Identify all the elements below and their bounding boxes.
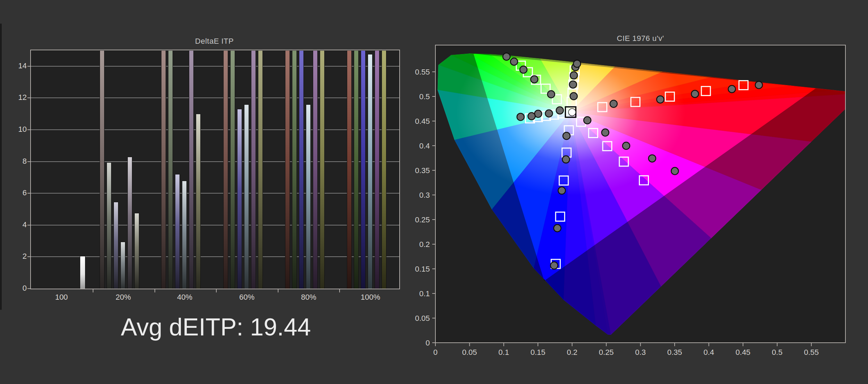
x-axis-label-40%: 40% xyxy=(169,293,200,302)
x-tick-3 xyxy=(278,289,278,292)
measured-yellow-60pct xyxy=(570,72,577,79)
bar-blue-80%-clipped xyxy=(299,50,304,289)
bar-magenta-60%-clipped xyxy=(251,50,256,289)
y-axis-label-14: 14 xyxy=(6,61,27,70)
calibration-report: DeltaE ITP 0246810121410020%40%60%80%100… xyxy=(0,0,868,384)
y-axis-label-12: 12 xyxy=(6,93,27,102)
y-axis-label-4: 4 xyxy=(6,220,27,229)
y-tick-12 xyxy=(27,97,31,98)
measured-green-60pct xyxy=(520,66,527,73)
y-axis-label-0: 0 xyxy=(6,284,27,293)
bar-white-100 xyxy=(80,256,85,289)
bar-green-80%-clipped xyxy=(292,50,297,289)
cie-y-label-0.5: 0.5 xyxy=(419,92,430,101)
x-axis-label-60%: 60% xyxy=(231,293,262,302)
x-axis-label-100%: 100% xyxy=(355,293,386,302)
measured-blue-40pct xyxy=(562,156,570,163)
measured-red-20pct xyxy=(610,100,617,108)
bar-yellow-20% xyxy=(134,213,139,289)
measured-cyan-100pct xyxy=(517,113,524,120)
cie-y-label-0: 0 xyxy=(426,339,430,347)
measured-red-60pct xyxy=(691,90,699,97)
gridline-14 xyxy=(31,66,399,67)
deltae-bar-chart: 0246810121410020%40%60%80%100% xyxy=(30,50,400,289)
bar-red-60%-clipped xyxy=(223,50,228,289)
measured-magenta-40pct xyxy=(602,129,609,136)
measured-red-100pct xyxy=(755,82,762,89)
bar-cyan-100% xyxy=(368,54,373,289)
bar-red-100%-clipped xyxy=(347,50,352,289)
cie-x-label-0.1: 0.1 xyxy=(499,348,509,357)
cie-y-label-0.05: 0.05 xyxy=(415,314,430,323)
cie-x-label-0: 0 xyxy=(433,348,437,357)
measured-magenta-20pct xyxy=(584,117,591,124)
x-tick-1 xyxy=(155,289,155,292)
cie-y-label-0.1: 0.1 xyxy=(419,289,430,298)
measured-blue-80pct xyxy=(554,224,561,232)
measured-red-40pct xyxy=(657,96,664,103)
y-tick-10 xyxy=(27,129,31,130)
y-tick-2 xyxy=(27,256,31,257)
bar-red-20%-clipped xyxy=(100,50,105,289)
y-axis-label-2: 2 xyxy=(6,252,27,261)
cie-x-label-0.05: 0.05 xyxy=(462,348,477,357)
x-tick-0 xyxy=(93,289,93,292)
bar-blue-60% xyxy=(237,109,242,289)
bar-green-60%-clipped xyxy=(230,50,235,289)
measured-green-40pct xyxy=(531,76,538,83)
cie-x-label-0.45: 0.45 xyxy=(736,348,751,357)
left-edge-strip xyxy=(0,24,2,310)
x-axis-label-80%: 80% xyxy=(293,293,324,302)
measured-whitepoint xyxy=(568,109,576,116)
x-axis-label-100: 100 xyxy=(46,293,77,302)
measured-cyan-80pct xyxy=(528,112,535,120)
cie-x-label-0.4: 0.4 xyxy=(703,348,714,357)
cie-y-label-0.25: 0.25 xyxy=(415,215,430,224)
measured-yellow-40pct xyxy=(569,81,577,88)
cie-y-label-0.2: 0.2 xyxy=(419,240,430,249)
measured-red-80pct xyxy=(728,85,735,93)
cie-y-label-0.15: 0.15 xyxy=(415,265,430,273)
bar-blue-20% xyxy=(114,202,118,289)
measured-blue-100pct xyxy=(550,262,558,269)
y-tick-14 xyxy=(27,66,31,67)
bar-chart-title: DeltaE ITP xyxy=(30,37,399,46)
bar-green-40%-clipped xyxy=(168,50,173,289)
cie-x-label-0.3: 0.3 xyxy=(635,348,646,357)
cie-1976-diagram: 00.050.10.150.20.250.30.350.40.450.50.55… xyxy=(410,33,858,380)
bar-red-40%-clipped xyxy=(161,50,166,289)
bar-cyan-40% xyxy=(182,181,187,289)
cie-y-label-0.35: 0.35 xyxy=(415,166,430,175)
measured-yellow-20pct xyxy=(570,93,577,100)
cie-x-label-0.25: 0.25 xyxy=(599,348,614,357)
measured-blue-20pct xyxy=(563,132,570,139)
x-axis-label-20%: 20% xyxy=(108,293,139,302)
cie-y-label-0.3: 0.3 xyxy=(419,191,430,199)
bar-yellow-40% xyxy=(196,114,201,289)
y-axis-label-8: 8 xyxy=(6,157,27,166)
x-tick-2 xyxy=(216,289,217,292)
x-tick-4 xyxy=(339,289,340,292)
gridline-10 xyxy=(31,129,399,130)
bar-cyan-60% xyxy=(244,104,249,289)
bar-yellow-100%-clipped xyxy=(382,50,386,289)
bar-yellow-80%-clipped xyxy=(320,50,325,289)
y-tick-6 xyxy=(27,193,31,194)
gridline-2 xyxy=(31,256,399,257)
cie-x-label-0.5: 0.5 xyxy=(772,348,783,357)
cie-y-label-0.4: 0.4 xyxy=(419,142,430,150)
bar-magenta-40%-clipped xyxy=(189,50,194,289)
measured-cyan-40pct xyxy=(545,110,553,117)
bar-magenta-20% xyxy=(127,157,132,289)
cie-x-label-0.55: 0.55 xyxy=(804,348,819,357)
gridline-12 xyxy=(31,97,399,98)
measured-green-20pct xyxy=(548,91,555,98)
cie-x-label-0.2: 0.2 xyxy=(567,348,577,357)
measured-magenta-60pct xyxy=(623,142,630,150)
measured-magenta-80pct xyxy=(649,155,656,162)
measured-green-80pct xyxy=(510,58,518,65)
y-axis-label-10: 10 xyxy=(6,125,27,134)
bar-cyan-20% xyxy=(120,242,125,289)
y-tick-8 xyxy=(27,161,31,162)
y-axis-label-6: 6 xyxy=(6,188,27,197)
